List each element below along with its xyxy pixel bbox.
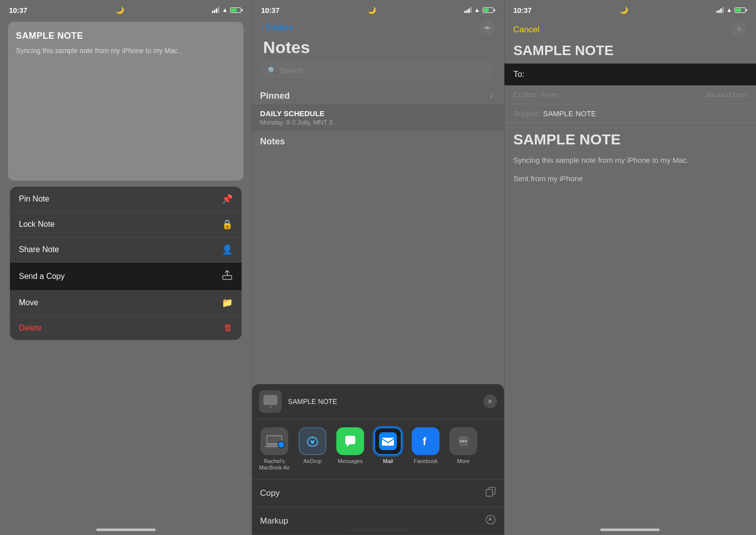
mail-body[interactable]: SAMPLE NOTE Syncing this sample note fro… — [504, 123, 756, 535]
notes-header: ‹ Folders Notes 🔍 Search — [252, 18, 504, 88]
signal-1 — [212, 7, 219, 13]
screen2-content: ‹ Folders Notes 🔍 Search — [252, 18, 504, 535]
home-indicator-3 — [600, 529, 660, 531]
folder-icon: 📁 — [222, 297, 233, 308]
share-app-mail[interactable]: Mail — [373, 427, 403, 471]
sent-from-text: Sent from my iPhone — [513, 174, 747, 183]
wifi-icon-3: ▲ — [726, 6, 732, 13]
battery-1 — [230, 7, 243, 13]
mail-label: Mail — [383, 458, 393, 465]
svg-point-1 — [486, 26, 489, 29]
signal-2 — [464, 7, 472, 13]
menu-send-copy[interactable]: Send a Copy — [10, 263, 242, 290]
svg-point-3 — [489, 27, 490, 29]
share-sheet-close-button[interactable]: ✕ — [483, 395, 497, 408]
svg-point-11 — [465, 440, 467, 442]
cancel-button[interactable]: Cancel — [513, 25, 540, 35]
folders-back-text[interactable]: Folders — [266, 23, 292, 32]
search-icon: 🔍 — [268, 67, 276, 74]
messages-icon — [336, 427, 364, 455]
screen3-content: Cancel SAMPLE NOTE To: Cc/Bcc, From: 8ii… — [504, 18, 756, 535]
subject-value: SAMPLE NOTE — [543, 109, 596, 118]
subject-field[interactable]: Subject: SAMPLE NOTE — [504, 104, 756, 123]
markup-action[interactable]: Markup — [252, 507, 504, 535]
screen-1: 10:37 🌙 ▲ SAMPLE NOTE Syncing this sampl… — [0, 0, 252, 535]
pinned-section-header: Pinned ✓ — [252, 88, 504, 104]
menu-move-label: Move — [19, 298, 38, 307]
share-app-messages[interactable]: Messages — [335, 427, 365, 471]
share-app-facebook[interactable]: f Facebook — [411, 427, 441, 471]
moon-icon-1: 🌙 — [116, 6, 124, 14]
share-person-icon: 👤 — [222, 244, 233, 255]
mail-body-title: SAMPLE NOTE — [513, 131, 747, 148]
pinned-title: Pinned — [260, 91, 290, 101]
notes-title: Notes — [261, 38, 495, 57]
copy-icon — [485, 486, 496, 500]
note-card-body: Syncing this sample note from my iPhone … — [16, 46, 236, 56]
menu-share-label: Share Note — [19, 245, 59, 254]
time-2: 10:37 — [261, 6, 279, 14]
compose-title: SAMPLE NOTE — [513, 43, 614, 58]
more-icon — [449, 427, 477, 455]
status-icons-1: ▲ — [212, 6, 243, 13]
markup-icon — [485, 514, 496, 528]
trash-icon: 🗑 — [224, 323, 233, 333]
menu-move[interactable]: Move 📁 — [10, 290, 242, 316]
status-bar-1: 10:37 🌙 ▲ — [0, 0, 252, 18]
status-icons-3: ▲ — [716, 6, 747, 13]
notes-section-title: Notes — [260, 136, 285, 146]
menu-sendcopy-label: Send a Copy — [19, 272, 65, 281]
svg-point-2 — [484, 27, 485, 29]
wifi-icon-2: ▲ — [474, 6, 480, 13]
markup-label: Markup — [260, 516, 288, 526]
back-chevron-icon: ‹ — [261, 23, 264, 33]
facebook-label: Facebook — [414, 458, 438, 465]
share-app-more[interactable]: More — [448, 427, 478, 471]
svg-rect-12 — [486, 489, 493, 496]
share-sheet-header: SAMPLE NOTE ✕ — [252, 390, 504, 419]
share-app-airdrop[interactable]: AirDrop — [298, 427, 327, 471]
subject-label: Subject: — [513, 109, 540, 118]
notes-section-header: Notes — [252, 132, 504, 150]
menu-pin-label: Pin Note — [19, 195, 49, 203]
mail-icon — [374, 427, 402, 455]
pinned-note-item[interactable]: DAILY SCHEDULE Monday, 9-2 Jolly, MNT 3 — [252, 104, 504, 132]
menu-lock[interactable]: Lock Note 🔒 — [10, 212, 242, 237]
menu-lock-label: Lock Note — [19, 220, 55, 229]
home-indicator-1 — [96, 529, 156, 531]
copy-action[interactable]: Copy — [252, 479, 504, 507]
compose-icon[interactable] — [479, 20, 495, 36]
facebook-icon: f — [412, 427, 440, 455]
menu-share[interactable]: Share Note 👤 — [10, 237, 242, 263]
svg-point-9 — [460, 440, 462, 442]
menu-delete[interactable]: Delete 🗑 — [10, 316, 242, 340]
macbook-label: Rachel'sMacBook Air — [259, 458, 290, 471]
signal-3 — [716, 7, 724, 13]
note-card: SAMPLE NOTE Syncing this sample note fro… — [8, 22, 244, 181]
menu-pin[interactable]: Pin Note 📌 — [10, 187, 242, 212]
cc-value: 8iicloud.com — [706, 90, 747, 99]
share-sheet: SAMPLE NOTE ✕ ↓ — [252, 384, 504, 535]
share-app-macbook[interactable]: ↓ Rachel'sMacBook Air — [259, 427, 290, 471]
compose-title-area: SAMPLE NOTE — [504, 41, 756, 64]
to-field[interactable]: To: — [504, 64, 756, 85]
cc-field[interactable]: Cc/Bcc, From: 8iicloud.com — [504, 85, 756, 104]
share-apps-row: ↓ Rachel'sMacBook Air — [252, 419, 504, 479]
airdrop-icon — [299, 427, 326, 455]
moon-icon-2: 🌙 — [368, 6, 376, 14]
send-button[interactable] — [731, 22, 747, 38]
svg-rect-7 — [382, 438, 394, 446]
airdrop-label: AirDrop — [303, 458, 321, 465]
pinned-note-preview: Monday, 9-2 Jolly, MNT 3 — [260, 119, 496, 126]
mail-body-text: Syncing this sample note from my iPhone … — [513, 155, 747, 166]
status-bar-2: 10:37 🌙 ▲ — [252, 0, 504, 18]
share-actions-list: Copy Markup — [252, 479, 504, 535]
cc-label: Cc/Bcc, From: — [513, 90, 561, 99]
search-bar[interactable]: 🔍 Search — [262, 62, 494, 78]
search-placeholder: Search — [279, 66, 303, 74]
more-label: More — [457, 458, 470, 465]
macbook-icon: ↓ — [260, 427, 288, 455]
screen-3: 10:37 🌙 ▲ Cancel — [504, 0, 756, 535]
status-bar-3: 10:37 🌙 ▲ — [504, 0, 756, 18]
note-card-title: SAMPLE NOTE — [16, 31, 236, 41]
